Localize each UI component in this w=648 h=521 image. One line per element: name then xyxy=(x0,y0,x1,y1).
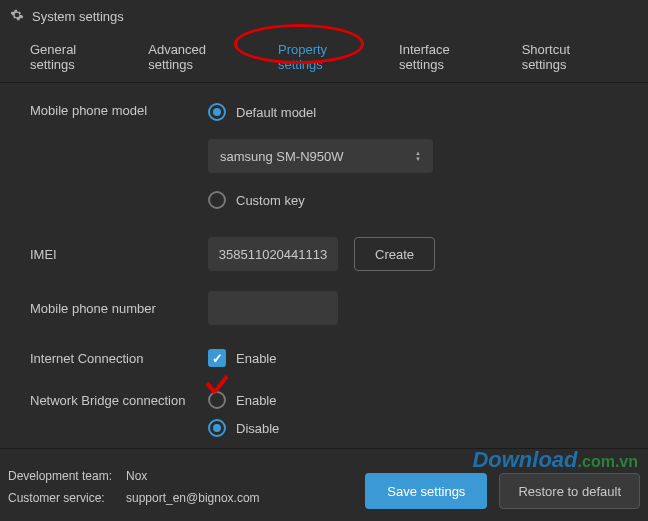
titlebar: System settings xyxy=(0,0,648,32)
model-dropdown[interactable]: samsung SM-N950W ▲▼ xyxy=(208,139,433,173)
footer: Development team: Nox Customer service: … xyxy=(0,455,648,521)
label-phone: Mobile phone number xyxy=(30,301,208,316)
row-imei: IMEI Create xyxy=(30,237,618,271)
row-model: Mobile phone model Default model samsung… xyxy=(30,103,618,209)
radio-custom-key[interactable]: Custom key xyxy=(208,191,433,209)
footer-buttons: Save settings Restore to default xyxy=(365,473,640,509)
dev-team-value: Nox xyxy=(126,465,147,487)
chevron-updown-icon: ▲▼ xyxy=(415,150,421,162)
radio-icon xyxy=(208,191,226,209)
dropdown-value: samsung SM-N950W xyxy=(220,149,344,164)
tab-shortcut[interactable]: Shortcut settings xyxy=(510,32,630,82)
save-button[interactable]: Save settings xyxy=(365,473,487,509)
tab-interface[interactable]: Interface settings xyxy=(387,32,510,82)
label-model: Mobile phone model xyxy=(30,103,208,118)
content-area: Mobile phone model Default model samsung… xyxy=(0,83,648,475)
restore-button[interactable]: Restore to default xyxy=(499,473,640,509)
radio-label: Default model xyxy=(236,105,316,120)
row-phone: Mobile phone number xyxy=(30,291,618,325)
radio-label: Enable xyxy=(236,393,276,408)
imei-input[interactable] xyxy=(208,237,338,271)
tabs-bar: General settings Advanced settings Prope… xyxy=(0,32,648,83)
radio-icon xyxy=(208,103,226,121)
radio-icon xyxy=(208,419,226,437)
checkbox-internet-enable[interactable]: Enable xyxy=(208,349,276,367)
label-imei: IMEI xyxy=(30,247,208,262)
phone-input[interactable] xyxy=(208,291,338,325)
label-internet: Internet Connection xyxy=(30,351,208,366)
tab-advanced[interactable]: Advanced settings xyxy=(136,32,266,82)
divider xyxy=(0,448,648,449)
radio-label: Custom key xyxy=(236,193,305,208)
label-bridge: Network Bridge connection xyxy=(30,391,208,408)
radio-bridge-disable[interactable]: Disable xyxy=(208,419,279,437)
dev-team-label: Development team: xyxy=(8,465,126,487)
radio-label: Disable xyxy=(236,421,279,436)
create-button[interactable]: Create xyxy=(354,237,435,271)
customer-service-label: Customer service: xyxy=(8,487,126,509)
radio-default-model[interactable]: Default model xyxy=(208,103,433,121)
row-internet: Internet Connection Enable xyxy=(30,343,618,373)
tab-property[interactable]: Property settings xyxy=(266,32,387,82)
row-bridge: Network Bridge connection Enable Disable xyxy=(30,391,618,437)
footer-info: Development team: Nox Customer service: … xyxy=(8,465,260,509)
tab-general[interactable]: General settings xyxy=(18,32,136,82)
gear-icon xyxy=(10,8,24,25)
window-title: System settings xyxy=(32,9,124,24)
customer-service-value: support_en@bignox.com xyxy=(126,487,260,509)
radio-bridge-enable[interactable]: Enable xyxy=(208,391,279,409)
checkbox-label: Enable xyxy=(236,351,276,366)
radio-icon xyxy=(208,391,226,409)
checkbox-icon xyxy=(208,349,226,367)
